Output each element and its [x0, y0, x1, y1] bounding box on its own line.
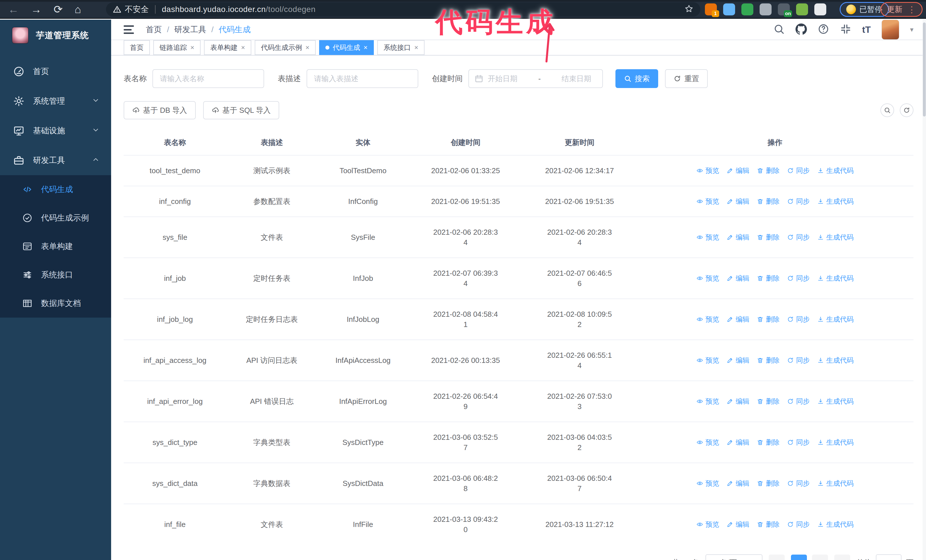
page-scrollbar[interactable]: [923, 20, 926, 560]
kebab-menu-icon[interactable]: ⋮: [908, 5, 916, 15]
action-edit[interactable]: 编辑: [726, 232, 749, 242]
breadcrumb-home[interactable]: 首页: [146, 24, 162, 35]
action-delete[interactable]: 删除: [757, 273, 779, 284]
security-label[interactable]: 不安全: [125, 4, 149, 15]
prev-page-button[interactable]: ‹: [769, 555, 785, 560]
action-delete[interactable]: 删除: [757, 314, 779, 325]
action-sync[interactable]: 同步: [787, 437, 810, 447]
action-generate-code[interactable]: 生成代码: [817, 273, 853, 284]
toggle-search-button[interactable]: [881, 103, 894, 117]
browser-update-chip[interactable]: 更新 ⋮: [881, 2, 923, 17]
sidebar-collapse-icon[interactable]: [124, 25, 134, 34]
browser-home-icon[interactable]: ⌂: [75, 3, 81, 16]
action-edit[interactable]: 编辑: [726, 355, 749, 365]
action-edit[interactable]: 编辑: [726, 396, 749, 406]
action-edit[interactable]: 编辑: [726, 519, 749, 530]
tab-close-icon[interactable]: ×: [306, 44, 309, 51]
tab-代码生成[interactable]: 代码生成×: [319, 40, 374, 55]
action-generate-code[interactable]: 生成代码: [817, 166, 853, 176]
user-avatar[interactable]: [882, 20, 899, 39]
refresh-table-button[interactable]: [900, 103, 914, 117]
tab-代码生成示例[interactable]: 代码生成示例×: [255, 40, 316, 55]
action-delete[interactable]: 删除: [757, 166, 779, 176]
action-edit[interactable]: 编辑: [726, 166, 749, 176]
app-logo[interactable]: 芋道管理系统: [0, 20, 111, 51]
action-preview[interactable]: 预览: [696, 314, 719, 325]
search-button[interactable]: 搜索: [616, 69, 658, 88]
action-edit[interactable]: 编辑: [726, 196, 749, 207]
tab-close-icon[interactable]: ×: [363, 44, 368, 51]
fullscreen-icon[interactable]: [840, 23, 851, 36]
action-preview[interactable]: 预览: [696, 196, 719, 207]
sidebar-item-系统管理[interactable]: 系统管理: [0, 86, 111, 116]
address-bar[interactable]: 不安全 dashboard.yudao.iocoder.cn/tool/code…: [106, 2, 701, 17]
browser-forward-icon[interactable]: →: [31, 3, 42, 16]
action-sync[interactable]: 同步: [787, 314, 810, 325]
github-icon[interactable]: [796, 23, 807, 36]
action-preview[interactable]: 预览: [696, 232, 719, 242]
sidebar-item-基础设施[interactable]: 基础设施: [0, 116, 111, 146]
tab-close-icon[interactable]: ×: [241, 44, 245, 51]
action-sync[interactable]: 同步: [787, 355, 810, 365]
tab-系统接口[interactable]: 系统接口×: [377, 40, 425, 55]
sidebar-item-研发工具[interactable]: 研发工具: [0, 146, 111, 175]
action-preview[interactable]: 预览: [696, 166, 719, 176]
action-sync[interactable]: 同步: [787, 232, 810, 242]
action-generate-code[interactable]: 生成代码: [817, 478, 853, 489]
action-generate-code[interactable]: 生成代码: [817, 396, 853, 406]
page-size-select[interactable]: 10条/页 ▾: [705, 554, 763, 560]
breadcrumb-devtools[interactable]: 研发工具: [174, 24, 206, 35]
sidebar-subitem-代码生成[interactable]: 代码生成: [0, 175, 111, 204]
goto-page-input[interactable]: [876, 554, 902, 560]
action-generate-code[interactable]: 生成代码: [817, 314, 853, 325]
action-preview[interactable]: 预览: [696, 355, 719, 365]
action-edit[interactable]: 编辑: [726, 478, 749, 489]
action-preview[interactable]: 预览: [696, 478, 719, 489]
date-range-picker[interactable]: 开始日期 - 结束日期: [468, 69, 603, 88]
action-edit[interactable]: 编辑: [726, 314, 749, 325]
sidebar-subitem-系统接口[interactable]: 系统接口: [0, 261, 111, 289]
tab-close-icon[interactable]: ×: [190, 44, 194, 51]
header-search-icon[interactable]: [773, 23, 785, 36]
extension-green-check-icon[interactable]: [741, 3, 754, 15]
avatar-caret-down-icon[interactable]: ▾: [910, 26, 914, 33]
action-generate-code[interactable]: 生成代码: [817, 437, 853, 447]
action-edit[interactable]: 编辑: [726, 437, 749, 447]
action-preview[interactable]: 预览: [696, 396, 719, 406]
action-preview[interactable]: 预览: [696, 519, 719, 530]
action-sync[interactable]: 同步: [787, 396, 810, 406]
help-icon[interactable]: [818, 23, 829, 36]
action-delete[interactable]: 删除: [757, 232, 779, 242]
sidebar-item-首页[interactable]: 首页: [0, 57, 111, 86]
import-db-button[interactable]: 基于 DB 导入: [124, 101, 196, 119]
action-sync[interactable]: 同步: [787, 519, 810, 530]
action-delete[interactable]: 删除: [757, 437, 779, 447]
sidebar-subitem-代码生成示例[interactable]: 代码生成示例: [0, 204, 111, 232]
page-button-1[interactable]: 1: [791, 555, 807, 560]
table-desc-input[interactable]: [314, 74, 411, 83]
import-sql-button[interactable]: 基于 SQL 导入: [203, 101, 280, 119]
browser-back-icon[interactable]: ←: [8, 3, 19, 16]
font-size-icon[interactable]: tT: [862, 24, 871, 35]
action-generate-code[interactable]: 生成代码: [817, 232, 853, 242]
action-sync[interactable]: 同步: [787, 166, 810, 176]
extension-dark-icon[interactable]: on: [778, 3, 790, 15]
action-sync[interactable]: 同步: [787, 478, 810, 489]
action-sync[interactable]: 同步: [787, 196, 810, 207]
sidebar-subitem-数据库文档[interactable]: 数据库文档: [0, 289, 111, 318]
action-preview[interactable]: 预览: [696, 437, 719, 447]
tab-链路追踪[interactable]: 链路追踪×: [153, 40, 201, 55]
bookmark-star-icon[interactable]: [684, 4, 693, 15]
reset-button[interactable]: 重置: [665, 69, 708, 88]
action-delete[interactable]: 删除: [757, 355, 779, 365]
tab-首页[interactable]: 首页: [124, 40, 150, 55]
action-delete[interactable]: 删除: [757, 396, 779, 406]
action-sync[interactable]: 同步: [787, 273, 810, 284]
page-button-2[interactable]: 2: [812, 555, 828, 560]
action-generate-code[interactable]: 生成代码: [817, 519, 853, 530]
action-delete[interactable]: 删除: [757, 478, 779, 489]
action-edit[interactable]: 编辑: [726, 273, 749, 284]
action-preview[interactable]: 预览: [696, 273, 719, 284]
table-name-input[interactable]: [160, 74, 257, 83]
extension-gem-icon[interactable]: [723, 3, 735, 15]
